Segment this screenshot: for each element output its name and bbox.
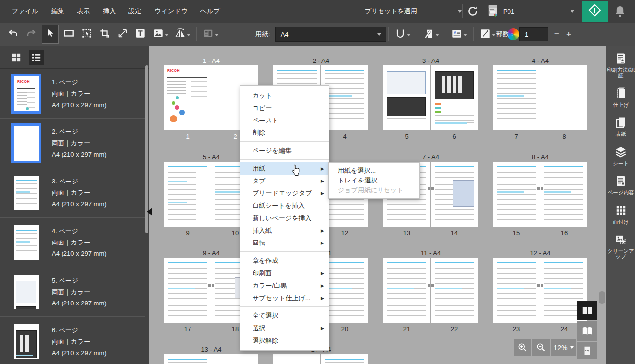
flip-tool-tool-button[interactable]	[173, 26, 188, 43]
zoom-level-dropdown[interactable]: 12%	[551, 339, 576, 356]
page-thumbnail[interactable]	[431, 258, 478, 323]
page-thumbnail[interactable]	[14, 176, 39, 210]
page-thumbnail[interactable]	[14, 275, 39, 309]
list-view-icon[interactable]	[29, 50, 44, 65]
refresh-button[interactable]	[467, 5, 480, 18]
menu-item-回転[interactable]: 回転▶	[240, 237, 329, 249]
rectangle-tool-tool-button[interactable]	[62, 26, 76, 43]
page-thumbnail[interactable]	[164, 258, 211, 323]
menu-item-削除[interactable]: 削除	[240, 126, 329, 139]
zoom-in-button[interactable]	[514, 339, 531, 356]
crop-tool-button[interactable]	[97, 26, 112, 43]
copies-decrement-button[interactable]: −	[553, 29, 560, 39]
grid-view-icon[interactable]	[9, 50, 24, 65]
page-list-item[interactable]: 5. ページ両面｜カラーA4 (210 x 297 mm)	[0, 267, 145, 317]
fit-width-button[interactable]	[577, 342, 597, 359]
rail-item-シート[interactable]: シート	[613, 145, 629, 166]
menu-item-選択[interactable]: 選択▶	[240, 322, 329, 334]
text-tool-tool-button[interactable]	[133, 26, 148, 43]
menu-item-ペースト[interactable]: ペースト	[240, 114, 329, 126]
chevron-down-icon[interactable]	[571, 10, 574, 13]
menu-item-白紙シートを挿入[interactable]: 白紙シートを挿入	[240, 199, 329, 212]
menu-item-挿入紙[interactable]: 挿入紙▶	[240, 224, 329, 237]
page-thumbnail[interactable]	[14, 324, 39, 359]
page-thumbnail[interactable]	[431, 65, 478, 130]
page-list-item[interactable]: 2. ページ両面｜カラーA4 (210 x 297 mm)	[0, 119, 145, 168]
main-scrollbar-thumb[interactable]	[599, 291, 605, 304]
menu-item-編集[interactable]: 編集	[51, 7, 64, 16]
menu-item-タブ[interactable]: タブ▶	[240, 175, 329, 187]
spread-8-A4[interactable]: 8 - A41516	[493, 153, 588, 237]
pointer-tool-button[interactable]	[42, 25, 59, 44]
rail-item-仕上げ[interactable]: 仕上げ	[613, 87, 629, 108]
spread-11-A4[interactable]: 11 - A42122	[383, 249, 478, 333]
page-thumbnail[interactable]: RICOH	[164, 65, 211, 130]
rail-item-ページ内容[interactable]: ページ内容	[608, 175, 634, 195]
paper-select[interactable]: A4	[275, 27, 386, 42]
page-thumbnail[interactable]	[540, 162, 587, 227]
menu-item-用紙[interactable]: 用紙▶	[240, 162, 329, 175]
printer-dropdown[interactable]: P01	[486, 3, 577, 20]
menu-item-カット[interactable]: カット	[240, 89, 329, 102]
copies-increment-button[interactable]: +	[565, 29, 572, 39]
menu-item-挿入[interactable]: 挿入	[103, 7, 116, 16]
rail-item-印刷方法/認証[interactable]: 印刷方法/認証	[606, 52, 635, 78]
page-thumbnail[interactable]	[164, 162, 211, 227]
menu-item-新しいページを挿入[interactable]: 新しいページを挿入	[240, 212, 329, 224]
menu-item-ページを編集[interactable]: ページを編集	[240, 144, 329, 157]
page-list-item[interactable]: RICOH1. ページ両面｜カラーA4 (210 x 297 mm)	[0, 69, 145, 119]
tab-slash-tool-button[interactable]	[478, 26, 493, 43]
spread-3-A4[interactable]: 3 - A456	[383, 57, 478, 140]
menu-item-コピー[interactable]: コピー	[240, 102, 329, 114]
header-footer-tool-button[interactable]: A	[449, 26, 464, 43]
menu-item-カラー/白黒[interactable]: カラー/白黒▶	[240, 279, 329, 292]
spread-view-button[interactable]	[577, 301, 597, 320]
menu-item-ブリードエッジタブ[interactable]: ブリードエッジタブ▶	[240, 187, 329, 199]
page-thumbnail-selected[interactable]	[11, 123, 41, 163]
marquee-select-tool-button[interactable]	[79, 26, 94, 43]
menu-item-印刷面[interactable]: 印刷面▶	[240, 267, 329, 279]
send-to-printer-button[interactable]	[582, 1, 608, 22]
page-thumbnail[interactable]	[211, 354, 258, 364]
submenu-item-トレイを選択...[interactable]: トレイを選択...	[329, 176, 419, 185]
page-list-item[interactable]: 4. ページ両面｜カラーA4 (210 x 297 mm)	[0, 218, 145, 267]
page-thumbnail[interactable]	[273, 354, 320, 364]
tab-sheet-tool-button[interactable]	[421, 26, 436, 43]
binding-tool-button[interactable]	[393, 26, 408, 43]
menu-item-ファイル[interactable]: ファイル	[12, 7, 38, 16]
menu-item-全て選択[interactable]: 全て選択	[240, 309, 329, 322]
apply-preset-dropdown[interactable]: プリセットを適用	[365, 0, 462, 23]
page-thumbnail[interactable]	[540, 65, 587, 130]
notifications-bell-icon[interactable]	[614, 5, 626, 18]
page-thumbnail[interactable]	[493, 65, 540, 130]
page-list-item[interactable]: 6. ページ両面｜カラーA4 (210 x 297 mm)	[0, 317, 145, 364]
menu-item-ヘルプ[interactable]: ヘルプ	[200, 7, 220, 16]
menu-item-設定[interactable]: 設定	[128, 7, 141, 16]
spread-12-A4[interactable]: 12 - A42324	[493, 249, 588, 333]
spread-4-A4[interactable]: 4 - A478	[493, 57, 588, 140]
page-thumbnail[interactable]	[383, 258, 430, 323]
menu-item-選択解除[interactable]: 選択解除	[240, 334, 329, 347]
rail-item-面付け[interactable]: 面付け	[613, 204, 629, 225]
submenu-item-用紙を選択...[interactable]: 用紙を選択...	[329, 166, 419, 176]
sidebar-collapse-handle[interactable]	[147, 208, 152, 216]
page-thumbnail[interactable]	[431, 162, 478, 227]
page-list-item[interactable]: 3. ページ両面｜カラーA4 (210 x 297 mm)	[0, 168, 145, 218]
menu-item-サブセット仕上げ...[interactable]: サブセット仕上げ...▶	[240, 292, 329, 304]
image-tool-tool-button[interactable]	[151, 26, 166, 43]
book-view-button[interactable]	[577, 321, 597, 341]
scale-tool-button[interactable]	[115, 26, 130, 43]
undo-tool-button[interactable]	[6, 26, 21, 43]
page-thumbnail[interactable]	[164, 354, 211, 364]
menu-item-表示[interactable]: 表示	[77, 7, 90, 16]
zoom-out-button[interactable]	[532, 339, 550, 356]
page-thumbnail[interactable]	[14, 225, 39, 260]
page-thumbnail[interactable]	[493, 258, 540, 323]
menu-item-ウィンドウ[interactable]: ウィンドウ	[154, 7, 188, 16]
page-thumbnail[interactable]	[321, 354, 368, 364]
page-thumbnail[interactable]	[493, 162, 540, 227]
rail-item-表紙[interactable]: 表紙	[614, 116, 627, 137]
page-thumbnail[interactable]	[383, 65, 430, 130]
page-thumbnail-selected[interactable]: RICOH	[11, 74, 41, 114]
menu-item-章を作成[interactable]: 章を作成	[240, 254, 329, 267]
